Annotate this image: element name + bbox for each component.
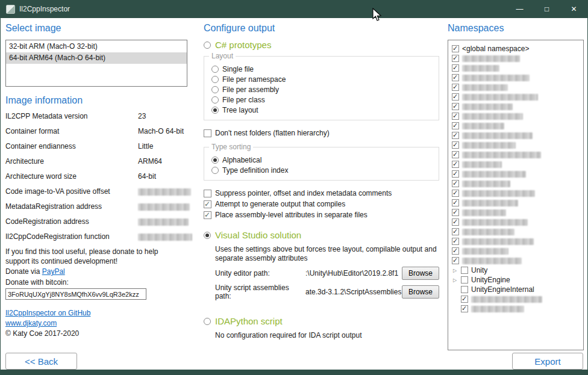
namespace-checkbox[interactable] — [452, 180, 459, 187]
image-list-item[interactable]: 64-bit ARM64 (Mach-O 64-bit) — [6, 52, 187, 64]
image-list-item[interactable]: 32-bit ARM (Mach-O 32-bit) — [6, 41, 187, 52]
namespace-checkbox[interactable] — [461, 276, 468, 284]
namespace-item[interactable] — [452, 217, 583, 227]
output-option[interactable]: Attempt to generate output that compiles — [204, 199, 439, 209]
minimize-button[interactable]: — — [506, 0, 533, 18]
namespace-item[interactable] — [452, 188, 583, 198]
layout-options: Single fileFile per namespaceFile per as… — [211, 64, 433, 115]
namespace-item[interactable] — [452, 237, 583, 246]
namespace-item[interactable] — [452, 160, 583, 169]
output-option[interactable]: Suppress pointer, offset and index metad… — [204, 188, 439, 199]
paypal-link[interactable]: PayPal — [42, 267, 65, 276]
namespace-item[interactable] — [452, 227, 583, 237]
bitcoin-address-input[interactable] — [5, 288, 146, 300]
namespace-checkbox[interactable] — [452, 238, 459, 245]
namespace-item[interactable] — [452, 92, 583, 102]
expander-icon[interactable]: ▷ — [452, 277, 458, 283]
info-value: Little — [138, 142, 153, 150]
namespace-checkbox[interactable] — [461, 267, 468, 274]
namespace-checkbox[interactable] — [452, 257, 459, 264]
namespace-checkbox[interactable] — [452, 45, 459, 52]
flatten-checkbox-row[interactable]: Don't nest folders (flatten hierarchy) — [204, 128, 439, 138]
namespace-checkbox[interactable] — [452, 218, 459, 226]
namespace-item[interactable] — [452, 256, 583, 265]
maximize-button[interactable]: □ — [533, 0, 560, 18]
csharp-prototypes-radio[interactable]: C# prototypes — [204, 40, 439, 50]
namespace-checkbox[interactable] — [452, 228, 459, 235]
image-listbox[interactable]: 32-bit ARM (Mach-O 32-bit)64-bit ARM64 (… — [5, 40, 187, 87]
namespace-item[interactable]: <global namespace> — [452, 44, 583, 54]
close-button[interactable]: ✕ — [560, 0, 587, 18]
unity-editor-path-value[interactable]: :\Unity\Hub\Editor\2019.2.8f1 — [305, 269, 402, 277]
namespace-checkbox[interactable] — [452, 141, 459, 149]
redacted-text — [462, 65, 499, 72]
titlebar[interactable]: Il2CppInspector — □ ✕ — [1, 0, 587, 18]
namespace-item[interactable] — [452, 150, 583, 160]
namespace-checkbox[interactable] — [461, 305, 468, 312]
namespace-checkbox[interactable] — [452, 64, 459, 72]
namespace-item[interactable] — [452, 294, 583, 304]
namespace-item[interactable] — [452, 198, 583, 208]
website-link[interactable]: www.djkaty.com — [5, 319, 57, 327]
namespace-checkbox[interactable] — [452, 84, 459, 91]
namespace-checkbox[interactable] — [452, 122, 459, 129]
output-checkboxes: Suppress pointer, offset and index metad… — [204, 188, 439, 220]
namespace-checkbox[interactable] — [452, 209, 459, 216]
layout-option[interactable]: Tree layout — [211, 105, 433, 115]
namespace-checkbox[interactable] — [452, 161, 459, 168]
info-row: MetadataRegistration address — [5, 202, 187, 211]
namespace-label — [462, 189, 535, 197]
namespace-item[interactable] — [452, 246, 583, 256]
namespace-checkbox[interactable] — [452, 247, 459, 255]
browse-assemblies-button[interactable]: Browse — [402, 285, 439, 299]
type-sorting-option[interactable]: Type definition index — [211, 165, 433, 175]
expander-icon[interactable]: ▷ — [452, 268, 458, 273]
namespace-checkbox[interactable] — [452, 170, 459, 178]
namespace-item[interactable] — [452, 131, 583, 140]
namespace-item[interactable] — [452, 54, 583, 63]
namespace-checkbox[interactable] — [452, 132, 459, 139]
namespace-item[interactable]: ▷Unity — [452, 265, 583, 275]
layout-option[interactable]: File per class — [211, 95, 433, 105]
namespace-checkbox[interactable] — [452, 55, 459, 62]
radio-icon — [211, 107, 219, 114]
namespace-item[interactable] — [452, 82, 583, 92]
github-link[interactable]: Il2CppInspector on GitHub — [5, 309, 90, 317]
idapython-label: IDAPython script — [215, 316, 283, 326]
layout-option[interactable]: File per assembly — [211, 84, 433, 95]
namespace-item[interactable] — [452, 111, 583, 121]
namespace-item[interactable] — [452, 102, 583, 111]
back-button[interactable]: << Back — [5, 353, 77, 370]
namespace-checkbox[interactable] — [452, 103, 459, 110]
visual-studio-radio[interactable]: Visual Studio solution — [204, 230, 439, 240]
browse-editor-button[interactable]: Browse — [402, 267, 439, 280]
radio-icon — [211, 66, 219, 73]
layout-option[interactable]: File per namespace — [211, 74, 433, 84]
namespace-checkbox[interactable] — [452, 74, 459, 81]
namespace-checkbox[interactable] — [461, 296, 468, 303]
namespace-item[interactable] — [452, 304, 583, 314]
namespace-item[interactable]: ▷UnityEngine — [452, 275, 583, 285]
type-sorting-option[interactable]: Alphabetical — [211, 155, 433, 165]
namespace-checkbox[interactable] — [452, 93, 459, 101]
redacted-text — [462, 181, 510, 187]
namespace-checkbox[interactable] — [452, 199, 459, 206]
namespace-item[interactable] — [452, 179, 583, 188]
namespace-item[interactable] — [452, 73, 583, 82]
namespace-item[interactable] — [452, 121, 583, 131]
script-assemblies-path-value[interactable]: ate.3d-3.1.2\ScriptAssemblies — [305, 288, 402, 296]
namespace-checkbox[interactable] — [461, 286, 468, 293]
namespace-item[interactable]: UnityEngineInternal — [452, 285, 583, 294]
export-button[interactable]: Export — [512, 353, 583, 370]
namespace-checkbox[interactable] — [452, 151, 459, 158]
idapython-radio[interactable]: IDAPython script — [204, 316, 439, 326]
namespace-item[interactable] — [452, 169, 583, 179]
namespace-item[interactable] — [452, 63, 583, 73]
namespace-checkbox[interactable] — [452, 190, 459, 197]
output-option[interactable]: Place assembly-level attributes in separ… — [204, 209, 439, 220]
layout-option[interactable]: Single file — [211, 64, 433, 74]
namespace-item[interactable] — [452, 140, 583, 150]
namespace-checkbox[interactable] — [452, 113, 459, 120]
checkbox-icon — [204, 200, 211, 208]
namespace-item[interactable] — [452, 208, 583, 217]
